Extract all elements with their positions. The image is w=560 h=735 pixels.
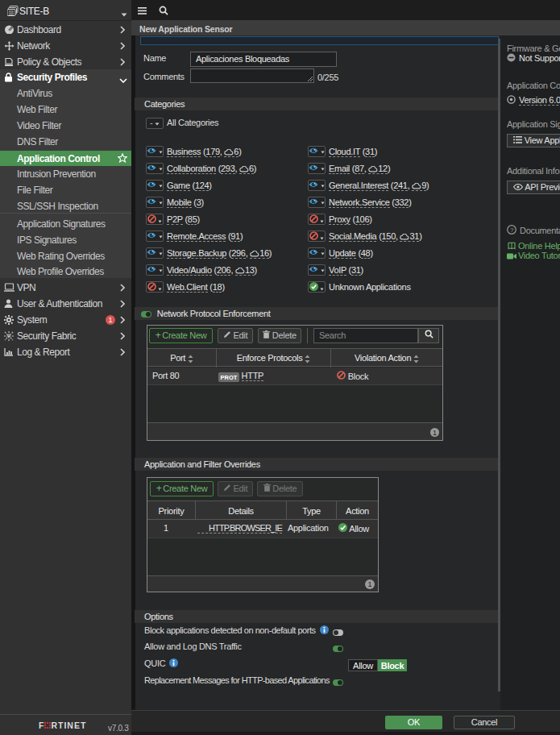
svg-text:?: ? [510, 226, 514, 234]
